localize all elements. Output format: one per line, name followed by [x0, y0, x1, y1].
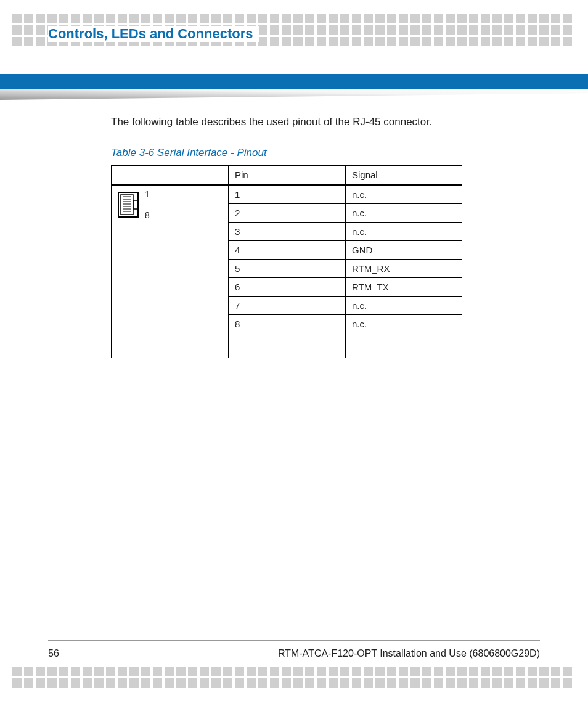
cell-pin: 3 — [229, 223, 346, 241]
cell-signal: n.c. — [346, 223, 462, 241]
cell-pin: 8 — [229, 315, 346, 358]
cell-signal: n.c. — [346, 315, 462, 358]
cell-pin: 5 — [229, 260, 346, 278]
page-number: 56 — [48, 648, 59, 659]
cell-signal: RTM_RX — [346, 260, 462, 278]
cell-signal: n.c. — [346, 185, 462, 204]
cell-pin: 6 — [229, 278, 346, 297]
header-shadow — [0, 89, 588, 100]
table-header-signal: Signal — [346, 166, 462, 185]
chapter-title: Controls, LEDs and Connectors — [48, 26, 259, 42]
table-header-diagram — [112, 166, 229, 185]
cell-signal: GND — [346, 241, 462, 260]
svg-rect-9 — [133, 200, 137, 209]
rj45-pin-labels: 1 8 — [145, 189, 150, 220]
page-content: The following table describes the used p… — [111, 116, 533, 358]
rj45-diagram-cell: 1 8 — [112, 185, 229, 358]
table-row: 1 8 1 n.c. — [112, 185, 462, 204]
header-blue-bar — [0, 74, 588, 89]
page-footer: 56 RTM-ATCA-F120-OPT Installation and Us… — [48, 640, 540, 659]
cell-signal: n.c. — [346, 204, 462, 223]
rj45-connector-icon — [118, 192, 139, 218]
table-header-pin: Pin — [229, 166, 346, 185]
cell-signal: RTM_TX — [346, 278, 462, 297]
doc-title: RTM-ATCA-F120-OPT Installation and Use (… — [278, 648, 540, 659]
cell-pin: 7 — [229, 297, 346, 315]
pinout-table: Pin Signal — [111, 165, 462, 358]
cell-pin: 2 — [229, 204, 346, 223]
table-caption: Table 3-6 Serial Interface - Pinout — [111, 147, 533, 159]
cell-pin: 4 — [229, 241, 346, 260]
cell-signal: n.c. — [346, 297, 462, 315]
svg-rect-0 — [118, 192, 138, 217]
rj45-label-top: 1 — [145, 189, 150, 199]
footer-dot-pattern — [0, 667, 588, 688]
rj45-label-bottom: 8 — [145, 210, 150, 220]
intro-text: The following table describes the used p… — [111, 116, 533, 128]
cell-pin: 1 — [229, 185, 346, 204]
